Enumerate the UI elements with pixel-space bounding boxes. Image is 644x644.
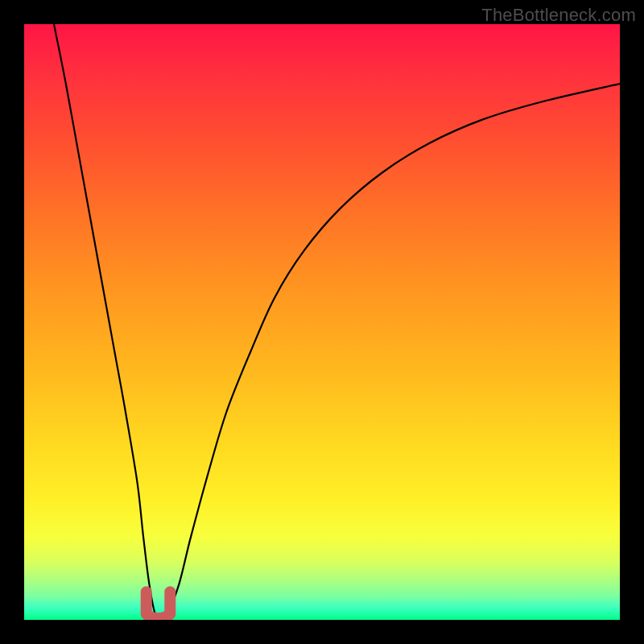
bottleneck-curve-path [54,24,620,617]
plot-area [24,24,620,620]
chart-frame: TheBottleneck.com [0,0,644,644]
chart-svg [24,24,620,620]
trough-marker-path [147,592,171,618]
watermark-label: TheBottleneck.com [481,5,636,26]
